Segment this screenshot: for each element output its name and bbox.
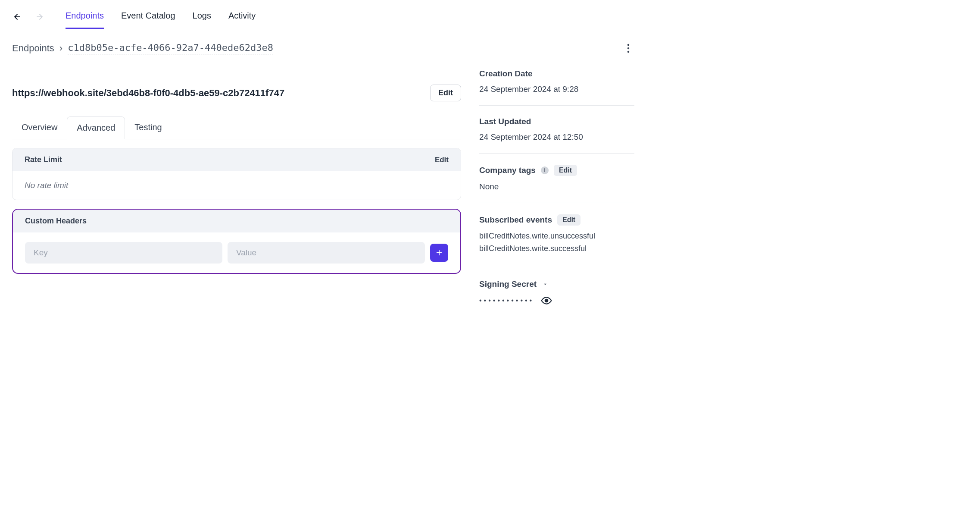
- edit-endpoint-button[interactable]: Edit: [430, 85, 461, 101]
- company-tags-label: Company tags: [479, 166, 536, 175]
- rate-limit-value: No rate limit: [25, 181, 449, 190]
- arrow-left-icon: [13, 13, 22, 21]
- rate-limit-edit-button[interactable]: Edit: [435, 156, 449, 164]
- custom-headers-card: Custom Headers: [12, 209, 461, 274]
- subscribed-events-label: Subscribed events: [479, 215, 552, 225]
- nav-tab-event-catalog[interactable]: Event Catalog: [121, 5, 175, 29]
- svg-point-4: [627, 51, 629, 53]
- nav-forward-button[interactable]: [34, 12, 45, 22]
- creation-date-label: Creation Date: [479, 69, 533, 78]
- breadcrumb: Endpoints › c1d8b05e-acfe-4066-92a7-440e…: [12, 42, 273, 54]
- endpoint-subtabs: Overview Advanced Testing: [12, 116, 461, 139]
- company-tags-edit-button[interactable]: Edit: [554, 165, 577, 176]
- subscribed-event-item: billCreditNotes.write.successful: [479, 244, 634, 253]
- caret-down-icon[interactable]: [542, 281, 549, 288]
- creation-date-value: 24 September 2024 at 9:28: [479, 85, 634, 94]
- endpoint-url: https://webhook.site/3ebd46b8-f0f0-4db5-…: [12, 88, 284, 99]
- nav-tab-logs[interactable]: Logs: [193, 5, 211, 29]
- primary-nav: Endpoints Event Catalog Logs Activity: [66, 5, 256, 29]
- last-updated-value: 24 September 2024 at 12:50: [479, 132, 634, 142]
- kebab-icon: [627, 44, 630, 53]
- subtab-testing[interactable]: Testing: [125, 116, 171, 139]
- reveal-secret-button[interactable]: [541, 295, 552, 306]
- arrow-right-icon: [35, 13, 44, 21]
- rate-limit-card: Rate Limit Edit No rate limit: [12, 148, 461, 200]
- custom-headers-title: Custom Headers: [25, 217, 87, 226]
- more-actions-button[interactable]: [622, 42, 634, 54]
- subtab-advanced[interactable]: Advanced: [67, 116, 125, 139]
- eye-icon: [541, 295, 552, 306]
- breadcrumb-id[interactable]: c1d8b05e-acfe-4066-92a7-440ede62d3e8: [68, 42, 273, 54]
- svg-point-7: [545, 299, 548, 302]
- subscribed-events-edit-button[interactable]: Edit: [557, 214, 581, 226]
- plus-icon: [435, 249, 443, 257]
- info-icon[interactable]: i: [541, 166, 549, 174]
- nav-tab-endpoints[interactable]: Endpoints: [66, 5, 104, 29]
- rate-limit-title: Rate Limit: [25, 155, 62, 164]
- nav-tab-activity[interactable]: Activity: [228, 5, 256, 29]
- add-header-button[interactable]: [430, 244, 448, 262]
- subtab-overview[interactable]: Overview: [12, 116, 67, 139]
- signing-secret-masked: ••••••••••••: [479, 297, 534, 304]
- details-sidebar: Creation Date 24 September 2024 at 9:28 …: [479, 69, 634, 329]
- company-tags-value: None: [479, 182, 634, 191]
- breadcrumb-root[interactable]: Endpoints: [12, 43, 54, 54]
- header-key-input[interactable]: [25, 242, 222, 264]
- svg-point-2: [627, 44, 629, 46]
- signing-secret-label: Signing Secret: [479, 279, 537, 289]
- last-updated-label: Last Updated: [479, 117, 531, 126]
- subscribed-event-item: billCreditNotes.write.unsuccessful: [479, 232, 634, 241]
- header-value-input[interactable]: [228, 242, 425, 264]
- nav-back-button[interactable]: [12, 12, 22, 22]
- breadcrumb-separator: ›: [59, 43, 62, 54]
- svg-point-3: [627, 47, 629, 49]
